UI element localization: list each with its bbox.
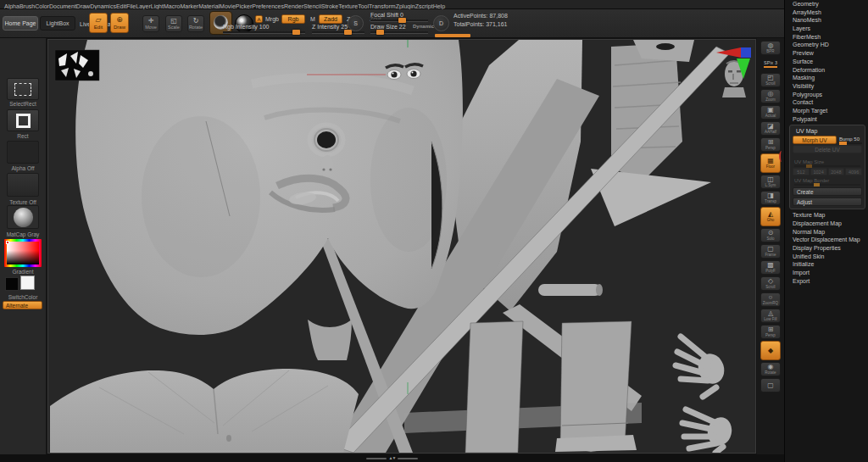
draw-button[interactable]: ⊕Draw [110, 13, 129, 33]
texture-picker[interactable] [7, 173, 39, 197]
menu-item[interactable]: Render [284, 3, 303, 9]
menu-item[interactable]: Marker [180, 3, 198, 9]
adjust-button[interactable]: Adjust [793, 198, 862, 206]
uv-size-button[interactable]: 4096 [845, 168, 862, 175]
bump-slider[interactable]: Bump 50 [839, 136, 862, 144]
uv-map-size-slider[interactable] [794, 165, 860, 167]
zadd-button[interactable]: Zadd [319, 14, 342, 24]
subpalette-header[interactable]: Export [785, 277, 868, 286]
scroll-icon[interactable]: ◰ Scroll [760, 73, 781, 87]
rotate-button[interactable]: ↻Rotate [187, 15, 204, 32]
rgb-button[interactable]: Rgb [281, 14, 305, 24]
slider-handle[interactable] [292, 30, 300, 35]
material-picker[interactable] [7, 205, 39, 229]
menu-item[interactable]: Layer [136, 3, 151, 9]
zoom-3d-icon[interactable]: ◎ Zoom [760, 89, 781, 103]
frame-dots-icon[interactable]: ▢ [760, 378, 781, 392]
subpalette-header[interactable]: NanoMesh [785, 16, 868, 25]
home-page-button[interactable]: Home Page [3, 16, 38, 31]
persp-icon[interactable]: ⊞ Persp [760, 137, 781, 152]
subpalette-header[interactable]: Masking [785, 74, 868, 82]
subpalette-header[interactable]: Morph Target [785, 107, 868, 115]
subpalette-header[interactable]: Polypaint [785, 115, 868, 124]
menu-item[interactable]: Dynamics [90, 3, 116, 9]
edit-button[interactable]: ▱Edit [89, 13, 108, 33]
menu-item[interactable]: Macro [164, 3, 180, 9]
local-fill-icon[interactable]: ◬ Low Fill [760, 309, 781, 323]
spix-slider[interactable]: SPix 3 [760, 57, 781, 71]
frame-icon[interactable]: ▢ Frame [760, 244, 781, 259]
subpalette-header[interactable]: Displacement Map [785, 220, 868, 228]
menu-item[interactable]: Document [49, 3, 76, 9]
scroll-doc-icon[interactable]: ◇ Scroll [760, 276, 781, 291]
subpalette-header[interactable]: Layers [785, 25, 868, 33]
polyframe-icon[interactable]: ▩ PolyF [760, 260, 781, 275]
subpalette-header[interactable]: ArrayMesh [785, 8, 868, 17]
create-button[interactable]: Create [793, 187, 862, 196]
focal-shift-slider[interactable]: Focal Shift 0 [370, 12, 428, 22]
m-button[interactable]: M [310, 16, 315, 22]
delete-uv-button[interactable]: Delete UV [793, 145, 862, 153]
menu-item[interactable]: Brush [19, 3, 35, 9]
mrgb-button[interactable]: Mrgb [265, 16, 279, 22]
morph-uv-button[interactable]: Morph UV [793, 136, 837, 144]
subpalette-header[interactable]: Contact [785, 98, 868, 107]
menu-item[interactable]: Preferences [252, 3, 284, 9]
subpalette-header[interactable]: Preview [785, 49, 868, 58]
subpalette-header[interactable]: Surface [785, 58, 868, 66]
uv-size-button[interactable]: 512 [793, 168, 810, 175]
subpalette-header[interactable]: Normal Map [785, 228, 868, 237]
rgb-intensity-slider[interactable]: Rgb Intensity 100 [223, 24, 305, 34]
menu-item[interactable]: Help [433, 3, 445, 9]
subpalette-header[interactable]: Deformation [785, 66, 868, 75]
subpalette-header[interactable]: Visibility [785, 82, 868, 91]
subpalette-header[interactable]: Unified Skin [785, 253, 868, 261]
menu-item[interactable]: Edit [116, 3, 126, 9]
main-color-swatch[interactable] [5, 277, 19, 291]
menu-item[interactable]: Stroke [321, 3, 338, 9]
actual-size-icon[interactable]: ▣ Actual [760, 105, 781, 120]
subpalette-header[interactable]: Vector Displacement Map [785, 236, 868, 244]
local-symmetry-icon[interactable]: ◫ L.Sym [760, 175, 781, 189]
uv-preview-thumbnail[interactable] [55, 50, 99, 81]
menu-item[interactable]: Zscript [415, 3, 433, 9]
floor-icon[interactable]: ▦ Floor [760, 153, 781, 173]
solo-icon[interactable]: ⊙ Solo [760, 228, 781, 242]
stylus-pressure-s-icon[interactable]: S [348, 15, 364, 31]
subpalette-header[interactable]: Geometry HD [785, 41, 868, 49]
subpalette-header[interactable]: Import [785, 269, 868, 277]
secondary-color-swatch[interactable] [20, 276, 35, 290]
saturation-square[interactable] [7, 242, 39, 264]
menu-item[interactable]: Texture [338, 3, 358, 9]
slider-handle[interactable] [398, 18, 406, 23]
menu-item[interactable]: Picker [236, 3, 252, 9]
stroke-picker[interactable] [7, 109, 39, 131]
menu-item[interactable]: Movie [220, 3, 236, 9]
menu-item[interactable]: Stencil [303, 3, 321, 9]
uv-map-header[interactable]: UV Map [793, 127, 862, 135]
menu-item[interactable]: Draw [76, 3, 90, 9]
aa-half-icon[interactable]: ◪ AAHalf [760, 121, 781, 136]
menu-item[interactable]: Alpha [4, 3, 19, 9]
scale-button[interactable]: ◱Scale [165, 15, 182, 32]
uv-size-button[interactable]: 1024 [810, 168, 827, 175]
dynamic-toggle[interactable]: Dynamic [413, 24, 434, 29]
subpalette-header[interactable]: Display Properties [785, 244, 868, 253]
subpalette-header[interactable]: Initialize [785, 260, 868, 269]
move-button[interactable]: ✛Move [142, 15, 159, 32]
document-canvas[interactable] [47, 39, 756, 454]
subpalette-header[interactable]: Geometry [785, 0, 868, 8]
uv-size-button[interactable]: 2048 [828, 168, 845, 175]
menu-item[interactable]: Material [198, 3, 220, 9]
alpha-picker[interactable] [7, 141, 39, 164]
anchor-chip[interactable]: A [255, 15, 263, 23]
menu-item[interactable]: Tool [358, 3, 369, 9]
slider-handle[interactable] [839, 142, 847, 145]
subpalette-header[interactable]: FiberMesh [785, 33, 868, 42]
stylus-pressure-d-icon[interactable]: D [433, 15, 449, 31]
subpalette-header[interactable]: Polygroups [785, 91, 868, 99]
transparency-icon[interactable]: ◨ Transp [760, 191, 781, 205]
menu-item[interactable]: Transform [369, 3, 396, 9]
uv-map-border-slider[interactable] [794, 184, 860, 186]
color-picker[interactable] [4, 239, 42, 267]
